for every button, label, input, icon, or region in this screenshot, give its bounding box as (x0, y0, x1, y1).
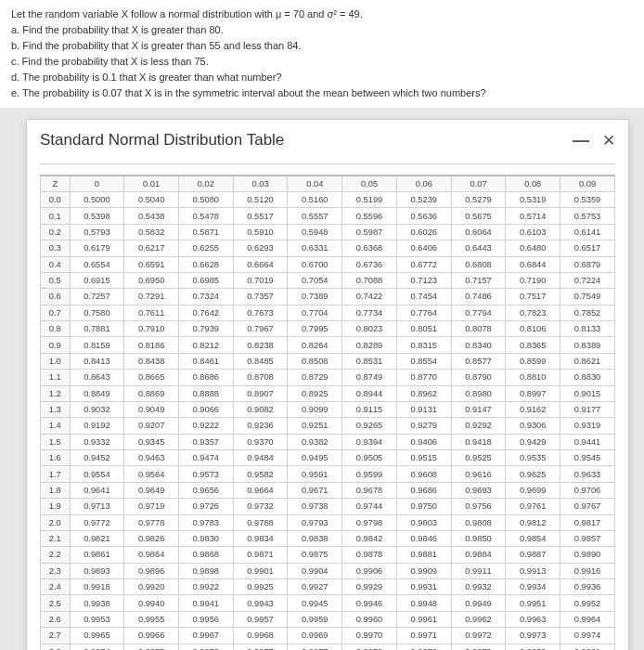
table-cell: 0.9864 (124, 547, 179, 563)
table-row: 1.30.90320.90490.90660.90820.90990.91150… (41, 401, 615, 417)
table-cell: 0.8389 (560, 337, 615, 353)
table-cell: 0.9732 (233, 499, 288, 514)
table-cell: 0.6293 (233, 240, 288, 256)
table-cell: 0.8413 (70, 353, 124, 369)
table-cell: 0.9292 (451, 418, 506, 434)
table-cell: 0.9887 (506, 547, 560, 563)
table-cell: 0.7764 (396, 305, 451, 320)
table-row: 1.50.93320.93450.93570.93700.93820.93940… (41, 434, 615, 449)
table-cell: 0.6443 (451, 240, 506, 256)
table-cell: 0.7611 (124, 305, 179, 320)
table-cell: 0.5359 (560, 192, 615, 208)
table-cell: 0.9265 (342, 418, 397, 434)
table-row: 0.80.78810.79100.79390.79670.79950.80230… (41, 321, 615, 337)
table-cell: 0.8830 (560, 370, 615, 385)
modal-header: Standard Normal Distribution Table — ✕ (40, 131, 615, 150)
table-cell: 0.9591 (288, 466, 342, 482)
table-cell: 0.9838 (288, 530, 342, 546)
table-cell: 0.6879 (560, 256, 615, 272)
modal-controls: — ✕ (573, 131, 615, 150)
table-cell: 0.5239 (396, 192, 451, 208)
table-col-header: 0 (70, 176, 124, 192)
table-cell: 0.9904 (288, 563, 342, 578)
table-cell: 0.6517 (560, 240, 615, 256)
table-cell: 0.9871 (233, 547, 288, 563)
table-row: 0.10.53980.54380.54780.55170.55570.55960… (41, 208, 615, 224)
table-cell: 0.9932 (451, 579, 506, 595)
table-cell: 0.9803 (396, 514, 451, 530)
question-item-e: e. The probability is 0.07 that X is in … (11, 86, 633, 101)
table-cell: 0.7995 (288, 321, 342, 337)
table-row: 1.90.97130.97190.97260.97320.97380.97440… (41, 499, 615, 514)
table-cell: 0.9817 (560, 514, 615, 530)
table-cell: 0.8665 (124, 370, 179, 385)
table-cell: 0.5160 (288, 192, 342, 208)
table-cell: 0.9961 (396, 611, 451, 627)
table-cell: 0.5793 (70, 224, 124, 240)
table-cell: 0.9941 (178, 595, 233, 611)
table-cell: 0.9918 (70, 579, 124, 595)
table-cell: 0.7939 (178, 321, 233, 337)
table-cell: 0.6103 (506, 224, 560, 240)
table-cell: 0.9893 (70, 563, 124, 578)
table-row: 1.70.95540.95640.95730.95820.95910.95990… (41, 466, 615, 482)
table-cell: 2.8 (41, 644, 71, 650)
table-cell: 0.9515 (396, 450, 451, 466)
table-cell: 0.7673 (233, 305, 288, 320)
table-cell: 0.8810 (506, 370, 560, 385)
table-cell: 0.9671 (288, 482, 342, 498)
table-cell: 0.9948 (396, 595, 451, 611)
table-cell: 0.9554 (70, 466, 124, 482)
table-cell: 0.7910 (124, 321, 179, 337)
table-cell: 0.9943 (233, 595, 288, 611)
table-cell: 0.6628 (178, 256, 233, 272)
table-cell: 0.9545 (560, 450, 615, 466)
table-cell: 0.7704 (288, 305, 342, 320)
table-cell: 0.6480 (506, 240, 560, 256)
table-col-header: 0.01 (124, 176, 179, 192)
table-cell: 0.8186 (124, 337, 179, 353)
table-cell: 0.5199 (342, 192, 397, 208)
table-cell: 0.9756 (451, 499, 506, 514)
table-cell: 0.7794 (451, 305, 506, 320)
table-cell: 0.8264 (288, 337, 342, 353)
table-cell: 0.9901 (233, 563, 288, 578)
table-cell: 0.9750 (396, 499, 451, 514)
table-cell: 0.8599 (506, 353, 560, 369)
table-cell: 0.9082 (233, 401, 288, 417)
table-modal: Standard Normal Distribution Table — ✕ Z… (26, 119, 629, 650)
table-cell: 0.8365 (506, 337, 560, 353)
table-cell: 0.8554 (396, 353, 451, 369)
table-cell: 0.9678 (342, 482, 397, 498)
table-cell: 0.8907 (233, 385, 288, 401)
table-cell: 0.5319 (506, 192, 560, 208)
table-cell: 0.9279 (396, 418, 451, 434)
table-cell: 0.6664 (233, 256, 288, 272)
table-cell: 0.7549 (560, 289, 615, 305)
table-cell: 0.9953 (70, 611, 124, 627)
table-cell: 0.9916 (560, 563, 615, 578)
table-cell: 0.8643 (70, 370, 124, 385)
table-cell: 0.7054 (288, 272, 342, 288)
table-cell: 2.5 (41, 595, 71, 611)
table-cell: 0.8438 (124, 353, 179, 369)
table-cell: 0.9641 (70, 482, 124, 498)
table-cell: 0.9964 (560, 611, 615, 627)
table-row: 2.30.98930.98960.98980.99010.99040.99060… (41, 563, 615, 578)
close-icon[interactable]: ✕ (602, 131, 615, 150)
table-cell: 0.8340 (451, 337, 506, 353)
table-cell: 0.8888 (178, 385, 233, 401)
table-cell: 1.7 (41, 466, 71, 482)
table-row: 2.20.98610.98640.98680.98710.98750.98780… (41, 547, 615, 563)
table-cell: 1.6 (41, 450, 71, 466)
table-cell: 0.7324 (178, 289, 233, 305)
table-cell: 0.8531 (342, 353, 397, 369)
table-cell: 2.0 (41, 514, 71, 530)
minimize-icon[interactable]: — (573, 131, 589, 150)
table-cell: 0.9115 (342, 401, 397, 417)
table-cell: 0.8869 (124, 385, 179, 401)
table-cell: 0.5438 (124, 208, 179, 224)
table-cell: 0.9929 (342, 579, 397, 595)
table-cell: 0.5675 (451, 208, 506, 224)
table-cell: 0.9934 (506, 579, 560, 595)
